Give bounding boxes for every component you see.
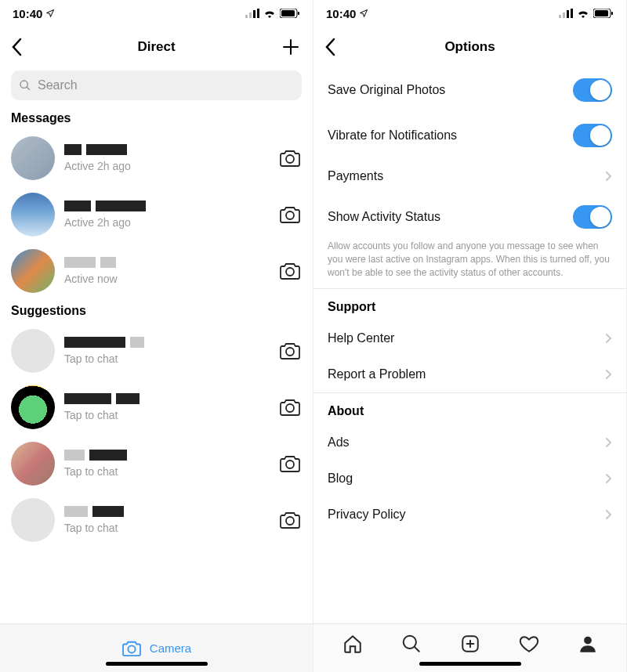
avatar — [11, 442, 55, 486]
svg-point-11 — [286, 348, 294, 356]
compose-button[interactable] — [281, 38, 300, 56]
chevron-right-icon — [605, 369, 612, 380]
setting-label: Vibrate for Notifications — [328, 128, 457, 143]
avatar — [11, 498, 55, 542]
search-field[interactable] — [11, 70, 302, 100]
suggestion-row[interactable]: Tap to chat — [0, 492, 313, 548]
tab-search[interactable] — [397, 629, 426, 659]
avatar — [11, 193, 55, 237]
support-header: Support — [314, 288, 626, 320]
status-bar: 10:40 — [314, 0, 626, 27]
toggle-switch[interactable] — [573, 78, 612, 102]
setting-report-problem[interactable]: Report a Problem — [314, 356, 626, 392]
setting-ads[interactable]: Ads — [314, 425, 626, 461]
tab-activity[interactable] — [514, 629, 544, 659]
chat-status: Tap to chat — [64, 352, 269, 365]
setting-activity-status[interactable]: Show Activity Status — [314, 194, 626, 240]
camera-button[interactable] — [278, 396, 302, 418]
setting-label: Payments — [328, 169, 383, 183]
svg-rect-3 — [257, 9, 259, 18]
toggle-switch[interactable] — [573, 124, 612, 147]
chat-name — [64, 450, 269, 462]
chevron-right-icon — [605, 171, 612, 182]
cellular-icon — [245, 9, 259, 18]
setting-help-center[interactable]: Help Center — [314, 320, 626, 356]
chat-status: Active 2h ago — [64, 160, 269, 172]
svg-rect-5 — [281, 10, 295, 16]
svg-rect-17 — [563, 13, 565, 18]
cellular-icon — [559, 9, 573, 18]
svg-point-8 — [286, 155, 294, 163]
svg-point-14 — [286, 517, 294, 525]
chat-status: Active now — [64, 273, 269, 285]
battery-icon — [280, 9, 300, 18]
options-screen: 10:40 Options Save Original Photos — [314, 0, 627, 672]
chat-name — [64, 201, 269, 213]
setting-save-photos[interactable]: Save Original Photos — [314, 67, 626, 113]
suggestion-row[interactable]: Tap to chat — [0, 323, 313, 379]
svg-point-25 — [584, 636, 592, 644]
chat-name — [64, 337, 269, 349]
avatar — [11, 136, 55, 180]
about-header: About — [314, 392, 626, 425]
camera-button[interactable] — [278, 340, 302, 362]
back-button[interactable] — [11, 38, 22, 56]
avatar — [11, 249, 55, 293]
toggle-switch[interactable] — [573, 205, 612, 229]
camera-label: Camera — [150, 641, 191, 655]
chat-row[interactable]: Active 2h ago — [0, 130, 313, 186]
camera-button[interactable] — [278, 453, 302, 475]
tab-create[interactable] — [455, 629, 485, 659]
chat-name — [64, 506, 269, 518]
search-icon — [19, 79, 31, 92]
setting-payments[interactable]: Payments — [314, 158, 626, 194]
chat-status: Tap to chat — [64, 522, 269, 534]
setting-label: Report a Problem — [328, 367, 426, 381]
status-time: 10:40 — [13, 7, 42, 20]
svg-point-10 — [286, 268, 294, 276]
chat-status: Tap to chat — [64, 465, 269, 478]
setting-blog[interactable]: Blog — [314, 461, 626, 497]
tab-home[interactable] — [338, 629, 368, 659]
setting-privacy[interactable]: Privacy Policy — [314, 497, 626, 533]
status-bar: 10:40 — [0, 0, 313, 27]
setting-vibrate[interactable]: Vibrate for Notifications — [314, 113, 626, 158]
search-input[interactable] — [38, 78, 294, 92]
status-time: 10:40 — [326, 7, 356, 20]
nav-header: Direct — [0, 27, 313, 67]
activity-description: Allow accounts you follow and anyone you… — [314, 240, 626, 288]
suggestion-row[interactable]: Tap to chat — [0, 379, 313, 435]
chat-name — [64, 257, 269, 269]
chevron-right-icon — [605, 333, 612, 344]
camera-button[interactable] — [278, 509, 302, 531]
camera-button[interactable] — [278, 260, 302, 282]
wifi-icon — [577, 9, 589, 18]
chat-status: Tap to chat — [64, 409, 269, 421]
suggestion-row[interactable]: Tap to chat — [0, 435, 313, 492]
chevron-right-icon — [605, 509, 612, 520]
svg-rect-6 — [298, 12, 299, 15]
camera-button[interactable] — [278, 204, 302, 226]
avatar — [11, 329, 55, 373]
svg-rect-1 — [249, 13, 252, 18]
chat-name — [64, 393, 269, 406]
setting-label: Blog — [328, 471, 353, 486]
location-icon — [45, 9, 55, 18]
home-indicator[interactable] — [419, 662, 521, 666]
chevron-right-icon — [605, 437, 612, 448]
tab-profile[interactable] — [573, 629, 603, 659]
chat-status: Active 2h ago — [64, 216, 269, 229]
wifi-icon — [263, 9, 276, 18]
chat-row[interactable]: Active 2h ago — [0, 186, 313, 243]
svg-rect-18 — [567, 10, 569, 18]
home-indicator[interactable] — [106, 662, 208, 666]
direct-screen: 10:40 Direct — [0, 0, 314, 672]
svg-rect-22 — [611, 12, 613, 15]
chat-row[interactable]: Active now — [0, 243, 313, 299]
svg-rect-16 — [559, 15, 561, 18]
camera-button[interactable] — [278, 147, 302, 169]
location-icon — [359, 9, 368, 18]
back-button[interactable] — [324, 38, 335, 56]
avatar — [11, 385, 55, 429]
battery-icon — [593, 9, 614, 18]
